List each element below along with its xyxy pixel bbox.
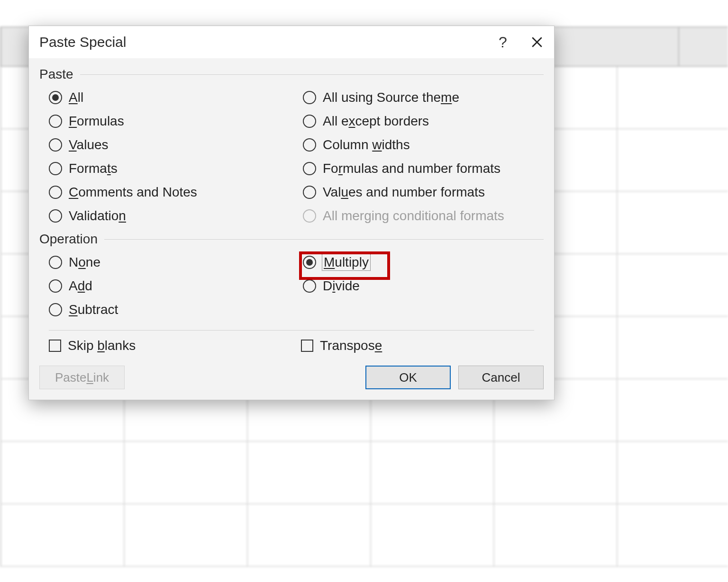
- radio-icon: [49, 115, 62, 128]
- paste-option-label-values-num: Values and number formats: [323, 185, 485, 200]
- checkbox-icon: [301, 340, 313, 352]
- cancel-button[interactable]: Cancel: [458, 366, 544, 389]
- operation-option-none[interactable]: None: [39, 251, 290, 274]
- dialog-titlebar: Paste Special ?: [29, 26, 554, 58]
- operation-option-add[interactable]: Add: [39, 274, 290, 298]
- paste-option-all[interactable]: All: [39, 86, 290, 109]
- transpose-label: Transpose: [320, 338, 382, 353]
- radio-icon: [49, 209, 62, 223]
- paste-option-merge-cond: All merging conditional formats: [293, 204, 544, 228]
- radio-icon: [49, 138, 62, 152]
- operation-option-label-multiply: Multiply: [323, 255, 370, 270]
- paste-option-label-values: Values: [69, 137, 109, 152]
- operation-option-multiply[interactable]: Multiply: [293, 251, 544, 274]
- operation-option-label-add: Add: [69, 278, 92, 294]
- paste-option-label-except-borders: All except borders: [323, 114, 429, 129]
- paste-option-label-comments: Comments and Notes: [69, 185, 197, 200]
- section-paste-label: Paste: [39, 67, 544, 82]
- paste-option-formulas[interactable]: Formulas: [39, 109, 290, 133]
- radio-icon: [303, 138, 316, 152]
- paste-option-validation[interactable]: Validation: [39, 204, 290, 228]
- radio-icon: [303, 162, 316, 175]
- paste-option-label-source-theme: All using Source theme: [323, 90, 459, 105]
- radio-icon: [303, 186, 316, 199]
- radio-icon: [303, 115, 316, 128]
- paste-option-label-validation: Validation: [69, 208, 126, 224]
- radio-icon: [303, 279, 316, 293]
- paste-special-dialog: Paste Special ? Paste AllFormulasValuesF…: [28, 26, 555, 400]
- radio-icon: [49, 303, 62, 316]
- paste-option-col-widths[interactable]: Column widths: [293, 133, 544, 157]
- paste-option-formulas-num[interactable]: Formulas and number formats: [293, 157, 544, 180]
- radio-icon: [49, 91, 62, 104]
- close-button[interactable]: [520, 26, 554, 58]
- operation-option-label-divide: Divide: [323, 278, 360, 294]
- paste-option-label-formats: Formats: [69, 161, 118, 176]
- radio-icon: [303, 209, 316, 223]
- radio-icon: [49, 162, 62, 175]
- paste-option-values[interactable]: Values: [39, 133, 290, 157]
- operation-option-label-subtract: Subtract: [69, 302, 118, 317]
- skip-blanks-label: Skip blanks: [68, 338, 136, 353]
- operation-options: NoneAddSubtract MultiplyDivide: [39, 251, 544, 322]
- operation-option-label-none: None: [69, 255, 100, 270]
- checkbox-icon: [49, 340, 61, 352]
- paste-option-source-theme[interactable]: All using Source theme: [293, 86, 544, 109]
- paste-option-label-formulas: Formulas: [69, 114, 124, 129]
- radio-icon: [49, 279, 62, 293]
- section-operation-label: Operation: [39, 232, 544, 247]
- radio-icon: [49, 186, 62, 199]
- column-header-L: L: [679, 27, 728, 66]
- skip-blanks-checkbox[interactable]: Skip blanks: [39, 338, 291, 353]
- divider: [49, 330, 534, 331]
- paste-option-label-merge-cond: All merging conditional formats: [323, 208, 504, 224]
- paste-option-label-formulas-num: Formulas and number formats: [323, 161, 500, 176]
- paste-option-values-num[interactable]: Values and number formats: [293, 180, 544, 204]
- transpose-checkbox[interactable]: Transpose: [291, 338, 544, 353]
- paste-option-except-borders[interactable]: All except borders: [293, 109, 544, 133]
- paste-options: AllFormulasValuesFormatsComments and Not…: [39, 86, 544, 228]
- paste-link-button: Paste Link: [39, 366, 125, 389]
- radio-icon: [303, 91, 316, 104]
- operation-option-subtract[interactable]: Subtract: [39, 298, 290, 322]
- close-icon: [531, 36, 543, 48]
- dialog-title: Paste Special: [39, 34, 486, 50]
- operation-option-divide[interactable]: Divide: [293, 274, 544, 298]
- paste-option-comments[interactable]: Comments and Notes: [39, 180, 290, 204]
- help-button[interactable]: ?: [486, 26, 520, 58]
- paste-option-formats[interactable]: Formats: [39, 157, 290, 180]
- radio-icon: [303, 256, 316, 269]
- paste-option-label-col-widths: Column widths: [323, 137, 410, 152]
- radio-icon: [49, 256, 62, 269]
- ok-button[interactable]: OK: [365, 366, 451, 389]
- paste-option-label-all: All: [69, 90, 83, 105]
